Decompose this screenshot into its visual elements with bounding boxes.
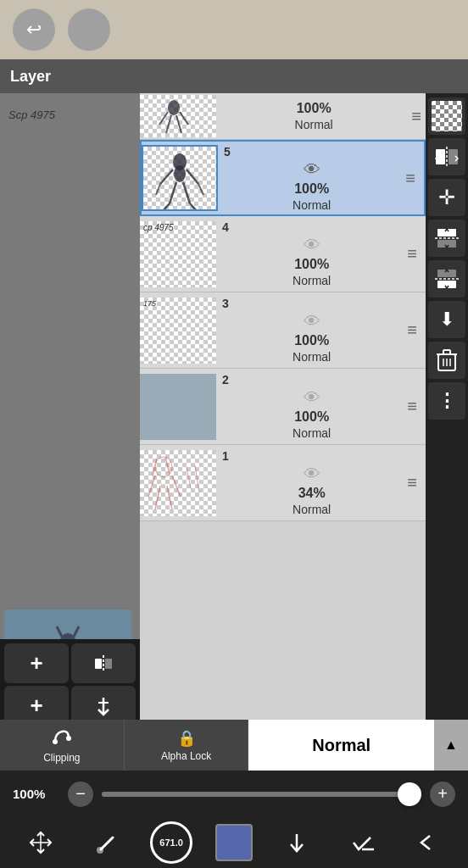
layer-num-1: 1: [222, 449, 229, 463]
layer-info-5: 5 👁 100% Normal: [222, 145, 401, 212]
svg-line-21: [176, 115, 181, 133]
brush-button[interactable]: [85, 821, 127, 864]
layer-menu-3[interactable]: ≡: [403, 316, 421, 344]
plus-icon: +: [437, 784, 448, 804]
brush-icon: [94, 831, 118, 854]
blend-mode-label: Normal: [312, 736, 370, 755]
layer-mode-4: Normal: [292, 274, 331, 287]
top-bar: ↩: [0, 0, 468, 59]
svg-line-24: [160, 170, 173, 184]
layer-mode-5: Normal: [292, 198, 331, 212]
flip-v-bot-button[interactable]: [428, 260, 465, 298]
svg-line-39: [187, 467, 191, 488]
layer-eye-2[interactable]: 👁: [304, 388, 320, 408]
layer-menu-5[interactable]: ≡: [401, 164, 420, 192]
layer-item-top-partial[interactable]: 100% Normal ≡: [140, 93, 426, 140]
svg-line-31: [198, 184, 203, 195]
svg-line-27: [183, 182, 190, 203]
clipping-button[interactable]: Clipping: [0, 720, 125, 771]
layer-num-4: 4: [222, 220, 229, 234]
back-button[interactable]: ↩: [13, 8, 55, 51]
layer-menu-top[interactable]: ≡: [407, 103, 426, 131]
svg-rect-10: [95, 659, 102, 669]
blend-arrow-icon: ▲: [444, 737, 458, 753]
layer-num-5: 5: [224, 145, 231, 159]
opacity-value: 100%: [13, 787, 59, 801]
layer-menu-2[interactable]: ≡: [403, 392, 421, 420]
color-swatch[interactable]: [215, 824, 253, 861]
svg-point-56: [53, 739, 58, 744]
checker-button[interactable]: [428, 97, 465, 135]
confirm-button[interactable]: [276, 821, 318, 864]
add-layer-button[interactable]: +: [4, 643, 69, 683]
brush-size-display[interactable]: 671.0: [150, 821, 192, 864]
layer-eye-3[interactable]: 👁: [304, 312, 320, 331]
svg-point-34: [155, 457, 172, 477]
layer-opacity-5: 100%: [294, 181, 329, 197]
layer-menu-4[interactable]: ≡: [403, 240, 421, 268]
layer-item-4[interactable]: cp 4975 4 👁 100% Normal ≡: [140, 216, 426, 292]
alpha-lock-button[interactable]: 🔒 Alpha Lock: [125, 720, 249, 771]
svg-line-18: [159, 112, 168, 125]
layer-eye-5[interactable]: 👁: [304, 160, 320, 180]
svg-line-40: [195, 465, 199, 492]
svg-point-61: [97, 847, 103, 854]
blend-arrow-button[interactable]: ▲: [434, 720, 468, 771]
svg-line-19: [180, 112, 188, 125]
delete-button[interactable]: [428, 342, 465, 379]
clipping-label: Clipping: [43, 752, 80, 764]
svg-line-36: [172, 476, 181, 497]
download-button[interactable]: ⬇: [428, 301, 465, 338]
blend-bar: Clipping 🔒 Alpha Lock Normal ▲: [0, 720, 468, 771]
layer-title: Layer: [10, 68, 51, 86]
svg-line-28: [163, 203, 170, 211]
layer-info-2: 2 👁 100% Normal: [220, 373, 403, 440]
circle-button[interactable]: [68, 8, 110, 51]
layer-info-4: 4 👁 100% Normal: [220, 220, 403, 287]
minus-icon: −: [75, 784, 86, 804]
layer-eye-4[interactable]: 👁: [304, 236, 320, 255]
opacity-slider-track[interactable]: [102, 792, 421, 797]
more-button[interactable]: ⋮: [428, 382, 465, 420]
layer-item-3[interactable]: 175 3 👁 100% Normal ≡: [140, 292, 426, 369]
layer-panel-header: Layer: [0, 59, 468, 93]
layer-menu-1[interactable]: ≡: [403, 469, 421, 497]
check-button[interactable]: [341, 821, 383, 864]
layer-mode-1: Normal: [292, 503, 331, 516]
layer-opacity-4: 100%: [294, 257, 329, 272]
alpha-lock-label: Alpha Lock: [161, 750, 211, 762]
svg-line-35: [148, 476, 155, 497]
layer-opacity-2: 100%: [294, 409, 329, 425]
svg-point-23: [174, 165, 186, 182]
select-move-button[interactable]: [20, 821, 62, 864]
move-button[interactable]: ✛: [428, 179, 465, 216]
flip-v-top-button[interactable]: [428, 220, 465, 257]
flip-h-icon: [434, 146, 460, 168]
flip-icon: [92, 652, 115, 676]
opacity-slider-thumb[interactable]: [398, 782, 421, 806]
flip-horizontal-button[interactable]: [428, 138, 465, 175]
opacity-bar: 100% − +: [0, 771, 468, 817]
right-toolbar: ✛ ⬇: [426, 93, 468, 771]
svg-point-57: [66, 736, 71, 741]
clipping-svg: [52, 726, 72, 745]
svg-line-25: [187, 170, 198, 184]
delete-icon: [436, 348, 458, 372]
layer-item-2[interactable]: 2 👁 100% Normal ≡: [140, 369, 426, 445]
layer-item-5[interactable]: 5 👁 100% Normal ≡: [140, 140, 426, 216]
flip-layer-button[interactable]: [71, 643, 136, 683]
svg-line-29: [190, 203, 197, 211]
back-nav-button[interactable]: [405, 821, 448, 864]
blend-mode-button[interactable]: Normal: [248, 720, 434, 771]
svg-line-26: [170, 182, 176, 203]
canvas-area: Layer Scp 4975: [0, 59, 468, 868]
select-move-icon: [29, 831, 53, 854]
svg-line-38: [167, 486, 172, 509]
layer5-thumb-figure: [148, 148, 211, 211]
opacity-minus-button[interactable]: −: [68, 782, 93, 807]
flip-v-top-icon: [434, 227, 460, 249]
bottom-nav: 671.0: [0, 817, 468, 868]
layer-item-1[interactable]: 1 👁 34% Normal ≡: [140, 445, 426, 521]
layer-eye-1[interactable]: 👁: [304, 465, 320, 484]
opacity-plus-button[interactable]: +: [430, 782, 455, 807]
